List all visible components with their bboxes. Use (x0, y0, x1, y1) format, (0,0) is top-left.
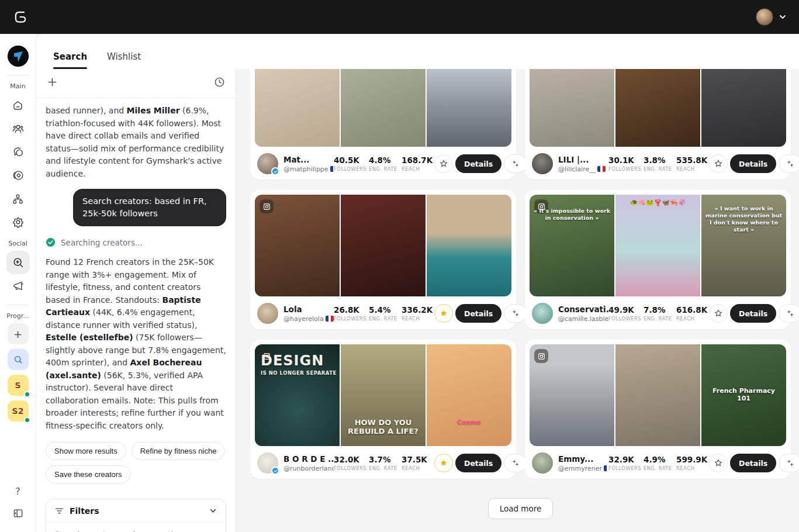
creator-name[interactable]: Conservati... (558, 305, 608, 314)
add-to-list-button[interactable] (504, 454, 527, 472)
creator-handle[interactable]: @matphilippe (283, 165, 328, 173)
favorite-star-button[interactable] (434, 154, 453, 173)
post-thumbnail[interactable] (427, 195, 511, 296)
assistant-result-message: Found 12 French creators in the 25K–50K … (46, 256, 226, 432)
post-thumbnail[interactable]: HOW DO YOU REBUILD A LIFE? (341, 344, 426, 446)
tab-wishlist[interactable]: Wishlist (107, 51, 141, 69)
post-thumbnail[interactable] (701, 69, 786, 147)
workspace-logo[interactable] (8, 46, 29, 67)
save-these-creators-button[interactable]: Save these creators (46, 465, 131, 483)
creator-name[interactable]: LILI |... (558, 155, 608, 164)
brand-logo-icon[interactable] (12, 8, 29, 26)
details-button[interactable]: Details (455, 154, 501, 173)
details-button[interactable]: Details (730, 454, 776, 472)
program-tile-s[interactable]: S (8, 375, 29, 396)
post-thumbnail[interactable] (341, 69, 426, 147)
creator-handle[interactable]: @hayerelola (283, 315, 324, 323)
sidebar-item-creator-search[interactable] (6, 251, 30, 274)
sidebar-item-workflows[interactable] (6, 187, 30, 210)
creator-name[interactable]: B O R D E ... (283, 454, 334, 464)
assistant-message-tail: based runner), and Miles Miller (6.9%, t… (46, 105, 226, 180)
add-to-list-button[interactable] (779, 304, 799, 323)
load-more-button[interactable]: Load more (488, 498, 554, 519)
sidebar-section-main: Main (10, 82, 25, 90)
sidebar-item-credits[interactable] (6, 164, 30, 187)
favorite-star-button[interactable] (709, 154, 728, 173)
add-to-list-button[interactable] (504, 304, 527, 323)
details-button[interactable]: Details (730, 154, 776, 173)
add-to-list-button[interactable] (504, 154, 527, 173)
tool-status-row: Searching creators... (46, 237, 226, 247)
post-thumbnail[interactable] (615, 69, 700, 147)
creator-avatar[interactable] (257, 452, 278, 474)
post-thumbnail[interactable]: DESIGN IS NO LONGER SEPARATE (255, 344, 340, 446)
creator-handle[interactable]: @camille.lasbleiz (558, 315, 608, 323)
post-thumbnail[interactable]: 🐢🧠🐸🦞🦋🦐🦑 (615, 195, 700, 296)
help-button[interactable]: ? (15, 486, 20, 497)
show-more-results-button[interactable]: Show more results (46, 442, 126, 460)
followers-label: FOLLOWERS (608, 465, 644, 471)
user-avatar[interactable] (756, 8, 773, 26)
sidebar-item-home[interactable] (6, 94, 30, 117)
post-thumbnail[interactable] (255, 69, 340, 147)
details-button[interactable]: Details (455, 304, 501, 323)
add-to-list-button[interactable] (779, 454, 799, 472)
post-thumbnail[interactable]: « I want to work in marine conservation … (701, 195, 786, 296)
creator-handle[interactable]: @liliclaire__ (558, 165, 596, 173)
verified-badge-icon (271, 467, 279, 475)
post-thumbnail[interactable]: « It's impossible to work in conservatio… (530, 195, 614, 296)
add-program-button[interactable]: + (8, 323, 29, 344)
program-tile-s2[interactable]: S2 (8, 400, 29, 422)
post-thumbnail[interactable] (615, 344, 700, 446)
creator-avatar[interactable] (532, 452, 553, 474)
sidebar-item-campaigns[interactable] (6, 274, 30, 298)
post-thumbnail[interactable]: French Pharmacy 101 (701, 344, 786, 446)
eng-rate-label: ENG. RATE (369, 316, 402, 322)
favorite-star-button[interactable] (709, 304, 728, 323)
post-caption: « It's impossible to work in conservatio… (533, 208, 611, 222)
favorite-star-button-active[interactable] (434, 454, 453, 472)
reach-value: 616.8K (676, 305, 709, 315)
post-thumbnail[interactable] (255, 195, 340, 296)
tab-search[interactable]: Search (53, 51, 87, 69)
creator-avatar[interactable] (532, 153, 553, 174)
post-thumbnail[interactable] (427, 69, 511, 147)
post-caption: IS NO LONGER SEPARATE (261, 370, 337, 376)
post-thumbnail[interactable] (530, 344, 614, 446)
filters-header[interactable]: Filters (46, 499, 226, 523)
creator-name[interactable]: Mat... (283, 155, 334, 164)
filter-icon (54, 506, 64, 516)
creator-name[interactable]: Lola (283, 305, 334, 314)
sidebar-item-settings[interactable] (6, 210, 30, 234)
creator-avatar[interactable] (532, 303, 553, 324)
post-thumbnail[interactable] (341, 195, 426, 296)
account-chevron-down-icon[interactable] (778, 12, 787, 22)
followers-value: 26.8K (334, 305, 369, 315)
sidebar-item-messages[interactable] (6, 140, 30, 164)
creator-avatar[interactable] (257, 303, 278, 324)
refine-by-fitness-niche-button[interactable]: Refine by fitness niche (132, 442, 226, 460)
post-thumbnail[interactable] (530, 69, 614, 147)
post-caption-emoji: 🐢🧠🐸🦞🦋🦐🦑 (619, 199, 697, 206)
details-button[interactable]: Details (455, 454, 501, 472)
creator-avatar[interactable] (257, 153, 278, 174)
creator-card: Lola @hayerelola 26.8KFOLLOWERS 5.4%ENG.… (250, 190, 516, 329)
add-to-list-button[interactable] (779, 154, 799, 173)
reach-label: REACH (676, 316, 709, 322)
sidebar-item-creators[interactable] (6, 117, 30, 140)
details-button[interactable]: Details (730, 304, 776, 323)
post-caption: HOW DO YOU REBUILD A LIFE? (343, 418, 423, 436)
creator-handle[interactable]: @runborderlands (283, 465, 334, 472)
eng-rate-value: 4.9% (644, 455, 676, 464)
chat-history-icon[interactable] (214, 77, 225, 90)
collapse-sidebar-icon[interactable] (12, 507, 24, 521)
post-thumbnail[interactable]: Cosmo (427, 344, 511, 446)
creator-handle[interactable]: @emmyrener (558, 465, 602, 472)
chat-input-area[interactable]: Search creators, ask a question... (46, 523, 226, 532)
program-search-tile[interactable] (8, 349, 29, 370)
followers-label: FOLLOWERS (608, 316, 644, 322)
favorite-star-button[interactable] (709, 454, 728, 472)
favorite-star-button-active[interactable] (434, 304, 453, 323)
creator-name[interactable]: Emmy... (558, 454, 608, 464)
new-chat-icon[interactable] (47, 77, 58, 90)
